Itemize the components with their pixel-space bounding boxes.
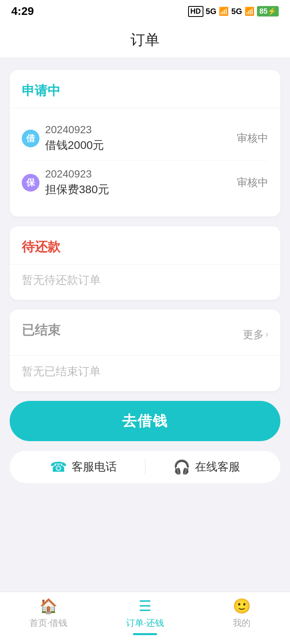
orders-icon: ☰ [139, 598, 151, 615]
order-status-1: 审核中 [237, 131, 268, 145]
battery-indicator: 85 ⚡ [257, 6, 279, 17]
ended-card: 已结束 更多 › 暂无已结束订单 [10, 310, 280, 391]
nav-label-home: 首页·借钱 [29, 617, 67, 629]
applying-divider [10, 108, 280, 108]
online-support-button[interactable]: 🎧 在线客服 [145, 459, 269, 475]
profile-icon: 🙂 [233, 598, 251, 615]
online-support-label: 在线客服 [195, 459, 240, 475]
page-title: 订单 [130, 30, 160, 50]
headset-icon: 🎧 [173, 459, 190, 475]
ended-section-title: 已结束 [22, 322, 60, 339]
more-link[interactable]: 更多 › [243, 328, 268, 342]
order-icon-jie: 借 [22, 130, 39, 147]
status-bar: 4:29 HD 5G 📶 5G 📶 85 ⚡ [0, 0, 290, 23]
status-icons: HD 5G 📶 5G 📶 85 ⚡ [188, 6, 279, 17]
applying-section-title: 申请中 [22, 82, 268, 100]
nav-label-mine: 我的 [233, 617, 251, 629]
home-icon: 🏠 [39, 598, 58, 615]
borrow-money-button[interactable]: 去借钱 [10, 401, 280, 441]
phone-support-label: 客服电话 [72, 459, 117, 475]
nav-item-orders[interactable]: ☰ 订单·还钱 [97, 598, 193, 635]
chevron-right-icon: › [265, 329, 268, 340]
order-icon-bao: 保 [22, 174, 39, 192]
main-content: 申请中 借 20240923 借钱2000元 审核中 保 [0, 58, 290, 592]
order-date-1: 20240923 [45, 124, 104, 136]
pending-divider [10, 264, 280, 264]
order-date-2: 20240923 [45, 168, 109, 180]
order-left-2: 保 20240923 担保费380元 [22, 168, 109, 197]
nav-item-mine[interactable]: 🙂 我的 [193, 598, 290, 629]
order-status-2: 审核中 [237, 175, 268, 190]
signal-bars-1: 📶 [219, 6, 229, 16]
table-row[interactable]: 保 20240923 担保费380元 审核中 [22, 161, 268, 204]
table-row[interactable]: 借 20240923 借钱2000元 审核中 [22, 116, 268, 161]
signal-bars-2: 📶 [244, 6, 255, 16]
phone-support-button[interactable]: ☎ 客服电话 [22, 459, 145, 475]
ended-section-header: 已结束 更多 › [22, 322, 268, 347]
support-row: ☎ 客服电话 🎧 在线客服 [10, 451, 280, 483]
applying-card: 申请中 借 20240923 借钱2000元 审核中 保 [10, 70, 280, 217]
order-left-1: 借 20240923 借钱2000元 [22, 124, 104, 153]
nav-item-home[interactable]: 🏠 首页·借钱 [0, 598, 97, 629]
hd-icon: HD [188, 6, 203, 17]
signal-5g-2-icon: 5G [231, 7, 242, 16]
pending-empty-text: 暂无待还款订单 [22, 266, 101, 294]
pending-card: 待还款 暂无待还款订单 [10, 226, 280, 300]
nav-label-orders: 订单·还钱 [126, 617, 164, 629]
nav-active-indicator [133, 633, 157, 635]
pending-section-title: 待还款 [22, 238, 268, 256]
page-header: 订单 [0, 23, 290, 58]
phone-icon: ☎ [50, 459, 67, 475]
order-info-2: 20240923 担保费380元 [45, 168, 109, 197]
ended-empty-text: 暂无已结束订单 [22, 357, 101, 386]
status-time: 4:29 [11, 5, 34, 18]
order-info-1: 20240923 借钱2000元 [45, 124, 104, 153]
bottom-nav: 🏠 首页·借钱 ☰ 订单·还钱 🙂 我的 [0, 592, 290, 644]
order-desc-2: 担保费380元 [45, 182, 109, 197]
order-desc-1: 借钱2000元 [45, 138, 104, 153]
ended-divider [10, 355, 280, 356]
signal-5g-icon: 5G [206, 7, 217, 16]
